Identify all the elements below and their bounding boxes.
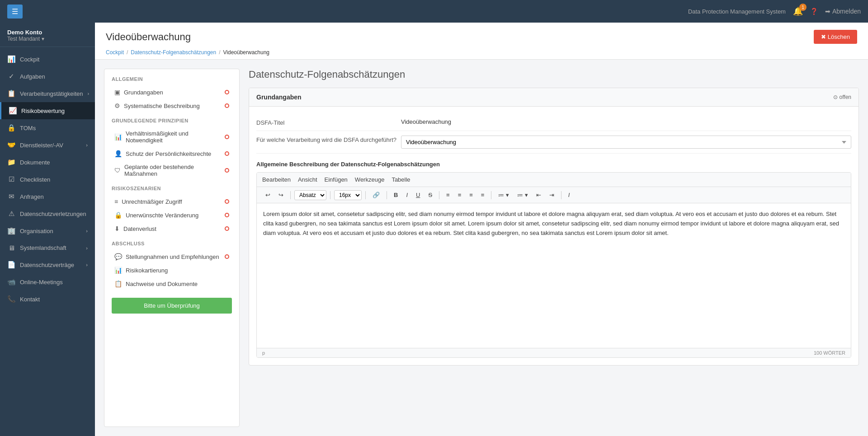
verarbeitung-select-wrapper: Videoüberwachung [401, 136, 851, 149]
strikethrough-button[interactable]: S [425, 190, 435, 200]
sidebar-item-systemlandschaft[interactable]: 🖥 Systemlandschaft › [0, 239, 95, 256]
sidebar-item-verarbeitungstaetigkeiten[interactable]: 📋 Verarbeitungstätigkeiten › [0, 85, 95, 102]
editor-word-count: 100 WÖRTER [814, 350, 845, 356]
review-button[interactable]: Bitte um Überprüfung [112, 298, 232, 314]
nav-item-persoenlichkeitsrechte[interactable]: 👤 Schutz der Persönlichkeitsrechte [112, 147, 232, 160]
sidebar-item-anfragen[interactable]: ✉ Anfragen [0, 188, 95, 205]
nav-item-systematische-beschreibung[interactable]: ⚙ Systematische Beschreibung [112, 99, 232, 113]
nav-item-unerwuenschte-veraenderung[interactable]: 🔒 Unerwünschte Veränderung [112, 208, 232, 222]
dsfa-title-value: Videoüberwachung [401, 118, 851, 125]
bullet-list-button[interactable]: ≔ ▾ [495, 190, 512, 200]
toms-icon: 🔒 [7, 124, 15, 132]
fontsize-select[interactable]: 16px [334, 190, 362, 200]
breadcrumb-dsfa[interactable]: Datenschutz-Folgenabschätzungen [131, 49, 216, 56]
section-label-grundlegende: GRUNDLEGENDE PRINZIPIEN [112, 118, 232, 123]
section-label-allgemein: ALLGEMEIN [112, 76, 232, 82]
menu-ansicht[interactable]: Ansicht [298, 176, 317, 183]
breadcrumb-cockpit[interactable]: Cockpit [106, 49, 124, 56]
toolbar-separator [365, 191, 366, 199]
outdent-button[interactable]: ⇤ [533, 190, 544, 200]
ordered-list-button[interactable]: ≔ ▾ [514, 190, 531, 200]
cockpit-icon: 📊 [7, 55, 15, 63]
content-area: ALLGEMEIN ▣ Grundangaben ⚙ Systematische… [95, 60, 868, 436]
menu-tabelle[interactable]: Tabelle [392, 176, 410, 183]
nav-item-stellungnahmen[interactable]: 💬 Stellungnahmen und Empfehlungen [112, 250, 232, 263]
sidebar-item-toms[interactable]: 🔒 TOMs [0, 119, 95, 136]
nav-item-nachweise[interactable]: 📋 Nachweise und Dokumente [112, 277, 232, 291]
sidebar-item-label: Online-Meetings [20, 279, 63, 286]
redo-button[interactable]: ↪ [275, 190, 287, 200]
nav-item-verhaeltnismaessigkeit[interactable]: 📊 Verhältnismäßigkeit und Notwendigkeit [112, 127, 232, 147]
undo-button[interactable]: ↩ [262, 190, 274, 200]
dsfa-title-label: DSFA-Titel [256, 118, 401, 126]
sidebar-nav: 📊 Cockpit ✓ Aufgaben 📋 Verarbeitungstäti… [0, 47, 95, 436]
sidebar-item-label: Dokumente [20, 159, 50, 166]
sidebar-item-checklisten[interactable]: ☑ Checklisten [0, 171, 95, 188]
toolbar-separator [491, 191, 491, 199]
status-indicator [225, 254, 229, 259]
chevron-right-icon: › [86, 142, 88, 148]
tenant-chevron-icon: ▾ [42, 36, 44, 42]
align-left-button[interactable]: ≡ [443, 190, 453, 200]
nav-item-grundangaben[interactable]: ▣ Grundangaben [112, 85, 232, 99]
help-icon[interactable]: ❓ [810, 8, 818, 15]
nav-item-label: Schutz der Persönlichkeitsrechte [126, 150, 211, 157]
datenschutzverletzungen-icon: ⚠ [7, 210, 15, 218]
editor-content[interactable]: Lorem ipsum dolor sit amet, consetetur s… [257, 203, 851, 348]
sidebar-item-kontakt[interactable]: 📞 Kontakt [0, 291, 95, 308]
logout-button[interactable]: ➡ Abmelden [825, 8, 861, 15]
risikokartierung-icon: 📊 [114, 267, 122, 274]
topbar-right: Data Protection Management System 🔔 1 ❓ … [688, 6, 861, 16]
nav-item-unrechtmaessiger-zugriff[interactable]: ≡ Unrechtmäßiger Zugriff [112, 195, 232, 208]
sidebar-item-organisation[interactable]: 🏢 Organisation › [0, 222, 95, 239]
link-button[interactable]: 🔗 [369, 190, 383, 200]
page-title: Videoüberwachung [106, 31, 191, 43]
kontakt-icon: 📞 [7, 295, 15, 303]
format-clear-button[interactable]: I [565, 190, 573, 200]
italic-button[interactable]: I [403, 190, 411, 200]
bold-button[interactable]: B [391, 190, 401, 200]
status-indicator [225, 199, 229, 204]
sidebar-item-cockpit[interactable]: 📊 Cockpit [0, 51, 95, 68]
sidebar-item-risikobewertung[interactable]: 📈 Risikobewertung [0, 102, 95, 119]
menu-bearbeiten[interactable]: Bearbeiten [262, 176, 291, 183]
sidebar-item-online-meetings[interactable]: 📹 Online-Meetings [0, 273, 95, 291]
sidebar-item-dienstleister[interactable]: 🤝 Dienstleister/-AV › [0, 136, 95, 154]
menu-werkzeuge[interactable]: Werkzeuge [355, 176, 385, 183]
menu-einfuegen[interactable]: Einfügen [325, 176, 348, 183]
sidebar-item-label: Kontakt [20, 296, 40, 303]
sidebar-item-label: Verarbeitungstätigkeiten [20, 90, 83, 97]
status-indicator [225, 226, 229, 231]
circle-icon: ⊙ [833, 94, 838, 100]
allg-desc-label: Allgemeine Beschreibung der Datenschutz-… [256, 161, 851, 168]
sidebar-item-dokumente[interactable]: 📁 Dokumente [0, 154, 95, 171]
verhaeltnismaessigkeit-icon: 📊 [114, 133, 122, 141]
nav-item-massnahmen[interactable]: 🛡 Geplante oder bestehende Maßnahmen [112, 160, 232, 180]
align-center-button[interactable]: ≡ [455, 190, 465, 200]
notification-icon[interactable]: 🔔 1 [793, 6, 803, 16]
hamburger-button[interactable]: ☰ [7, 5, 23, 19]
verarbeitung-label: Für welche Verarbeitung wird die DSFA du… [256, 136, 401, 143]
sidebar-item-datenschutzvertraege[interactable]: 📄 Datenschutzverträge › [0, 256, 95, 273]
grundangaben-card: Grundangaben ⊙ offen DSFA-Titel Videoübe… [249, 88, 859, 366]
sidebar-item-label: Datenschutzverträge [20, 262, 74, 268]
sidebar-item-aufgaben[interactable]: ✓ Aufgaben [0, 68, 95, 85]
paragraph-select[interactable]: Absatz [294, 190, 326, 200]
stellungnahmen-icon: 💬 [114, 253, 122, 260]
nav-item-datenverlust[interactable]: ⬇ Datenverlust [112, 222, 232, 235]
sidebar-item-label: Aufgaben [20, 73, 45, 80]
nav-item-risikokartierung[interactable]: 📊 Risikokartierung [112, 263, 232, 277]
delete-button[interactable]: ✖ Löschen [814, 30, 857, 44]
align-right-button[interactable]: ≡ [466, 190, 476, 200]
indent-button[interactable]: ⇥ [546, 190, 557, 200]
underline-button[interactable]: U [413, 190, 423, 200]
align-justify-button[interactable]: ≡ [478, 190, 488, 200]
dokumente-icon: 📁 [7, 158, 15, 166]
dienstleister-icon: 🤝 [7, 141, 15, 149]
verarbeitung-select[interactable]: Videoüberwachung [401, 136, 851, 149]
checklisten-icon: ☑ [7, 175, 15, 183]
layout: Demo Konto Test Mandant ▾ 📊 Cockpit ✓ Au… [0, 23, 868, 436]
sidebar-user: Demo Konto Test Mandant ▾ [0, 23, 95, 47]
sidebar-item-datenschutzverletzungen[interactable]: ⚠ Datenschutzverletzungen [0, 205, 95, 222]
main-content: Videoüberwachung ✖ Löschen Cockpit / Dat… [95, 23, 868, 436]
